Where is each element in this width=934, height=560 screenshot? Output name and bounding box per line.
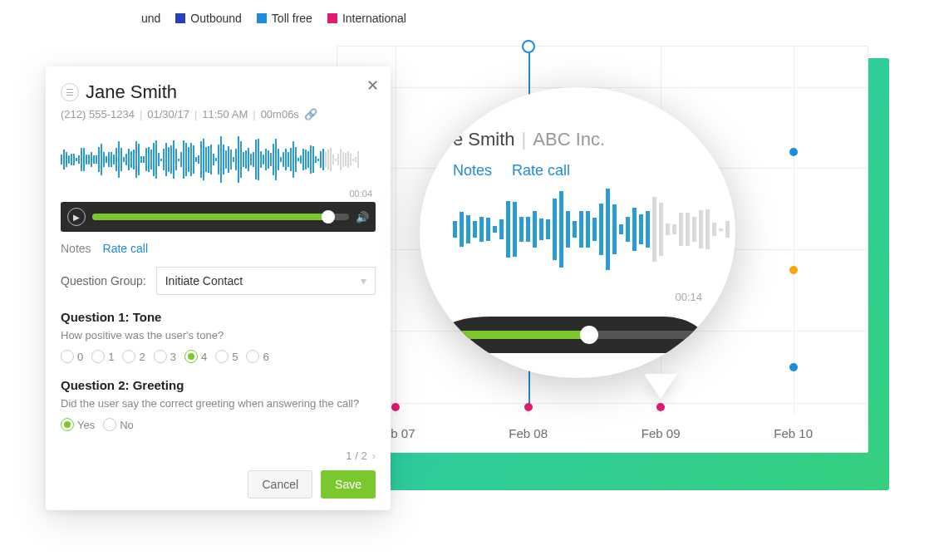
question-group-value: Initiate Contact (165, 274, 243, 287)
radio-label: 4 (201, 351, 207, 363)
radio-label: 1 (108, 351, 114, 363)
radio-dot-icon (103, 418, 116, 431)
radio-option[interactable]: 5 (215, 350, 238, 363)
tab-notes[interactable]: Notes (61, 242, 91, 255)
legend-swatch-international (327, 13, 337, 23)
cancel-button[interactable]: Cancel (248, 470, 312, 499)
radio-dot-icon (215, 350, 229, 363)
panel-tabs: Notes Rate call (61, 242, 376, 255)
call-popover: e Smith | ABC Inc. Notes Rate call 00:14 (420, 87, 735, 378)
link-icon[interactable]: 🔗 (304, 108, 317, 120)
radio-option[interactable]: 6 (246, 350, 268, 363)
chart-point[interactable] (789, 266, 798, 274)
x-axis-label: Feb 10 (774, 426, 813, 440)
call-duration: 00m06s (261, 108, 299, 120)
popover-progress-fill (460, 331, 589, 339)
chart-marker-handle[interactable] (522, 40, 535, 53)
call-time: 11:50 AM (202, 108, 248, 120)
popover-progress-track[interactable] (460, 331, 696, 339)
popover-tab-rate[interactable]: Rate call (512, 162, 570, 179)
x-axis-label: Feb 08 (509, 426, 548, 440)
radio-option[interactable]: Yes (61, 418, 95, 431)
radio-option[interactable]: 2 (122, 350, 145, 363)
call-detail-panel: ✕ ☰ Jane Smith (212) 555-1234| 01/30/17|… (46, 66, 391, 510)
legend-item: Outbound (175, 12, 242, 25)
popover-waveform[interactable] (453, 189, 702, 281)
radio-dot-icon (122, 350, 135, 363)
radio-label: Yes (77, 419, 95, 431)
popover-tab-notes[interactable]: Notes (453, 162, 492, 179)
radio-option[interactable]: 3 (154, 350, 176, 363)
progress-track[interactable] (92, 214, 349, 220)
audio-player: ▶ 🔊 (61, 202, 376, 232)
legend-label: und (141, 12, 160, 25)
radio-label: 0 (77, 351, 83, 363)
legend-swatch-tollfree (257, 13, 267, 23)
legend: und Outbound Toll free International (141, 12, 406, 25)
x-axis-label: Feb 09 (642, 426, 681, 440)
radio-option[interactable]: 4 (184, 350, 207, 363)
popover-caller-name: e Smith (453, 129, 515, 150)
radio-dot-icon (61, 350, 74, 363)
radio-dot-icon (91, 350, 105, 363)
play-button-icon[interactable]: ▶ (67, 208, 86, 226)
waveform[interactable]: 00:04 (61, 132, 376, 199)
legend-item: Toll free (257, 12, 312, 25)
pager: 1 / 2 › (61, 449, 376, 462)
chart-point[interactable] (524, 403, 533, 411)
legend-label: Toll free (272, 12, 312, 25)
caller-name: Jane Smith (86, 81, 177, 103)
legend-item: und (141, 12, 160, 25)
radio-dot-icon (61, 418, 74, 431)
radio-dot-icon (184, 350, 198, 363)
radio-dot-icon (154, 350, 167, 363)
popover-waveform-time: 00:14 (675, 291, 702, 303)
progress-thumb[interactable] (322, 210, 335, 224)
popover-company: ABC Inc. (533, 129, 605, 150)
radio-dot-icon (246, 350, 259, 363)
chart-point[interactable] (789, 148, 798, 156)
save-button[interactable]: Save (321, 470, 376, 499)
caller-phone: (212) 555-1234 (61, 108, 135, 120)
radio-option[interactable]: No (103, 418, 134, 431)
radio-label: 2 (139, 351, 145, 363)
question-1-title: Question 1: Tone (61, 310, 376, 324)
caller-avatar-icon: ☰ (61, 83, 79, 101)
radio-option[interactable]: 0 (61, 350, 83, 363)
radio-option[interactable]: 1 (91, 350, 114, 363)
waveform-time: 00:04 (349, 189, 372, 199)
legend-item: International (327, 12, 406, 25)
legend-swatch-outbound (175, 13, 185, 23)
radio-label: No (120, 419, 134, 431)
popover-tail (644, 374, 677, 399)
legend-label: International (342, 12, 406, 25)
legend-label: Outbound (190, 12, 242, 25)
question-2-title: Question 2: Greeting (61, 378, 376, 392)
close-icon[interactable]: ✕ (366, 76, 379, 95)
tab-rate-call[interactable]: Rate call (103, 242, 148, 255)
question-1-options: 0123456 (61, 350, 376, 363)
chart-marker-line (528, 371, 530, 407)
radio-label: 3 (170, 351, 176, 363)
radio-label: 6 (263, 351, 268, 363)
pager-text: 1 / 2 (346, 449, 366, 462)
volume-icon[interactable]: 🔊 (356, 211, 369, 224)
question-2-desc: Did the user say the correct greeting wh… (61, 397, 376, 410)
progress-fill (92, 214, 328, 220)
popover-progress-thumb[interactable] (580, 326, 598, 344)
chevron-down-icon: ▾ (361, 274, 366, 287)
question-group-select[interactable]: Initiate Contact ▾ (156, 267, 376, 295)
question-1-desc: How positive was the user's tone? (61, 329, 376, 341)
call-date: 01/30/17 (147, 108, 189, 120)
next-page-icon[interactable]: › (372, 449, 376, 462)
popover-audio-player (443, 317, 712, 353)
call-meta: (212) 555-1234| 01/30/17| 11:50 AM| 00m0… (61, 108, 376, 120)
question-2-options: YesNo (61, 418, 376, 431)
chart-point[interactable] (789, 363, 798, 371)
question-group-label: Question Group: (61, 274, 146, 287)
radio-label: 5 (232, 351, 238, 363)
